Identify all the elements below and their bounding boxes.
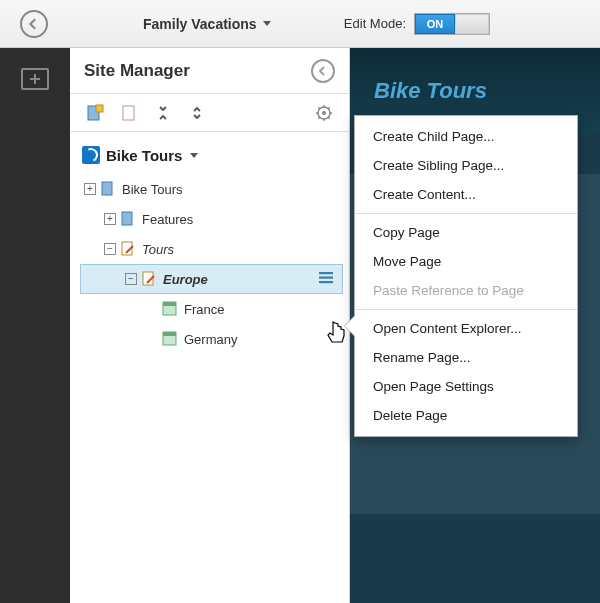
- menu-separator: [355, 213, 577, 214]
- menu-move-page[interactable]: Move Page: [355, 247, 577, 276]
- row-menu-button[interactable]: [318, 271, 336, 287]
- caret-down-icon: [190, 153, 198, 158]
- toggle-off-handle: [455, 14, 489, 34]
- menu-create-sibling[interactable]: Create Sibling Page...: [355, 151, 577, 180]
- menu-paste-reference: Paste Reference to Page: [355, 276, 577, 305]
- svg-rect-1: [30, 78, 40, 80]
- caret-down-icon: [263, 21, 271, 26]
- hamburger-icon: [318, 271, 334, 285]
- svg-point-6: [322, 111, 326, 115]
- svg-rect-3: [96, 105, 103, 112]
- menu-rename-page[interactable]: Rename Page...: [355, 343, 577, 372]
- preview-title: Bike Tours: [374, 78, 487, 104]
- context-menu: Create Child Page... Create Sibling Page…: [354, 115, 578, 437]
- svg-rect-11: [319, 272, 333, 274]
- new-page-button[interactable]: [80, 99, 110, 127]
- add-panel-button[interactable]: [21, 68, 49, 90]
- tree-node-france[interactable]: France: [80, 294, 343, 324]
- new-page-icon: [86, 104, 104, 122]
- toggle-on-label: ON: [415, 14, 455, 34]
- arrow-left-icon: [318, 66, 328, 76]
- tree-node-features[interactable]: + Features: [80, 204, 343, 234]
- page-icon: [100, 181, 116, 197]
- edit-mode-group: Edit Mode: ON: [344, 13, 490, 35]
- node-label: Features: [140, 212, 343, 227]
- tree-node-germany[interactable]: Germany: [80, 324, 343, 354]
- page-tree: + Bike Tours + Features − Tours − Europe: [70, 174, 349, 374]
- menu-delete-page[interactable]: Delete Page: [355, 401, 577, 430]
- site-title-dropdown[interactable]: Bike Tours: [70, 132, 349, 174]
- menu-open-explorer[interactable]: Open Content Explorer...: [355, 314, 577, 343]
- node-label: France: [182, 302, 343, 317]
- site-selector-label: Family Vacations: [143, 16, 257, 32]
- collapse-icon: [189, 105, 205, 121]
- tree-node-europe[interactable]: − Europe: [80, 264, 343, 294]
- tree-node-root[interactable]: + Bike Tours: [80, 174, 343, 204]
- site-title-label: Bike Tours: [106, 147, 182, 164]
- top-header: Family Vacations Edit Mode: ON: [0, 0, 600, 48]
- menu-separator: [355, 309, 577, 310]
- svg-rect-8: [122, 212, 132, 225]
- plus-box-icon: [28, 72, 42, 86]
- expander-icon[interactable]: +: [104, 213, 116, 225]
- svg-rect-17: [163, 332, 176, 336]
- site-manager-panel: Site Manager Bike Tours + B: [70, 48, 350, 603]
- menu-create-child[interactable]: Create Child Page...: [355, 122, 577, 151]
- gear-icon: [315, 104, 333, 122]
- expander-icon[interactable]: −: [104, 243, 116, 255]
- expand-icon: [155, 105, 171, 121]
- edit-mode-label: Edit Mode:: [344, 16, 406, 31]
- copy-page-button[interactable]: [114, 99, 144, 127]
- back-button[interactable]: [20, 10, 48, 38]
- svg-rect-15: [163, 302, 176, 306]
- panel-back-button[interactable]: [311, 59, 335, 83]
- edit-mode-toggle[interactable]: ON: [414, 13, 490, 35]
- node-label: Germany: [182, 332, 343, 347]
- page-template-icon: [162, 331, 178, 347]
- left-rail: [0, 48, 70, 603]
- arrow-left-icon: [28, 18, 40, 30]
- node-label: Tours: [140, 242, 343, 257]
- menu-open-settings[interactable]: Open Page Settings: [355, 372, 577, 401]
- svg-rect-7: [102, 182, 112, 195]
- expander-icon[interactable]: −: [125, 273, 137, 285]
- svg-rect-12: [319, 277, 333, 279]
- site-selector[interactable]: Family Vacations: [143, 16, 271, 32]
- settings-button[interactable]: [309, 99, 339, 127]
- page-icon: [120, 211, 136, 227]
- tree-node-tours[interactable]: − Tours: [80, 234, 343, 264]
- site-icon: [82, 146, 100, 164]
- collapse-all-button[interactable]: [182, 99, 212, 127]
- panel-title: Site Manager: [84, 61, 311, 81]
- svg-rect-13: [319, 281, 333, 283]
- menu-copy-page[interactable]: Copy Page: [355, 218, 577, 247]
- page-template-icon: [162, 301, 178, 317]
- svg-rect-4: [123, 106, 134, 120]
- panel-toolbar: [70, 94, 349, 132]
- panel-header: Site Manager: [70, 48, 349, 94]
- page-edit-icon: [141, 271, 157, 287]
- expander-icon[interactable]: +: [84, 183, 96, 195]
- node-label: Bike Tours: [120, 182, 343, 197]
- menu-create-content[interactable]: Create Content...: [355, 180, 577, 209]
- page-icon: [121, 104, 137, 122]
- expand-all-button[interactable]: [148, 99, 178, 127]
- page-edit-icon: [120, 241, 136, 257]
- node-label: Europe: [161, 272, 314, 287]
